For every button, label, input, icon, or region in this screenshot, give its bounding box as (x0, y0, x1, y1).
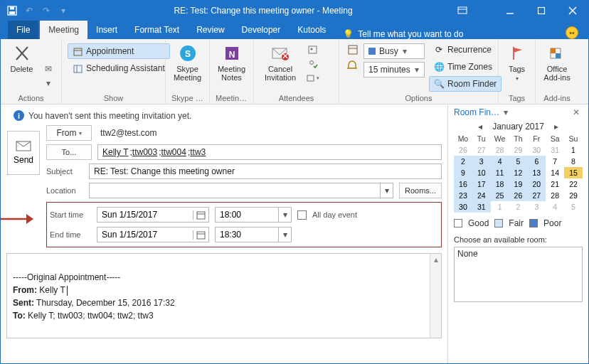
check-names-icon[interactable] (305, 58, 319, 70)
calendar-day[interactable]: 7 (546, 156, 564, 167)
scheduling-assistant-button[interactable]: Scheduling Assistant (68, 60, 170, 76)
location-field[interactable]: ▾ (89, 183, 393, 198)
calendar-day[interactable]: 13 (527, 167, 546, 178)
calendar-day[interactable]: 14 (546, 167, 564, 178)
calendar-day[interactable]: 2 (454, 156, 472, 167)
calendar-day[interactable]: 3 (527, 201, 546, 213)
message-body[interactable]: ▴ -----Original Appointment----- From: K… (6, 253, 442, 338)
subject-field[interactable]: RE: Test: Change this meeting owner (89, 164, 442, 179)
calendar-day[interactable]: 10 (472, 167, 491, 178)
show-as-combo[interactable]: Busy▾ (364, 43, 425, 59)
prev-month-icon[interactable]: ◂ (475, 122, 485, 132)
tab-review[interactable]: Review (188, 21, 233, 39)
feedback-smiley-icon[interactable]: •• (566, 26, 578, 39)
calendar-day[interactable]: 24 (472, 190, 491, 201)
recipient[interactable]: Kelly T (102, 147, 128, 157)
calendar-day[interactable]: 22 (564, 178, 583, 190)
calendar-small-icon[interactable]: ▾ (41, 77, 55, 90)
room-list[interactable]: None (454, 247, 583, 302)
response-options-icon[interactable]: ▾ (305, 72, 319, 85)
calendar-day[interactable]: 6 (527, 156, 546, 167)
tell-me[interactable]: 💡 Tell me what you want to do (336, 29, 470, 39)
calendar-day[interactable]: 23 (454, 190, 472, 201)
calendar-day[interactable]: 4 (491, 156, 509, 167)
calendar-icon[interactable] (193, 210, 208, 220)
calendar-day[interactable]: 16 (454, 178, 472, 190)
pane-close-icon[interactable]: ✕ (570, 107, 583, 117)
tab-file[interactable]: File (8, 21, 38, 39)
calendar-day[interactable]: 9 (454, 167, 472, 178)
calendar-day[interactable]: 27 (472, 144, 491, 156)
to-button[interactable]: To... (46, 144, 92, 160)
meeting-notes-button[interactable]: N Meeting Notes (216, 42, 248, 92)
calendar-day[interactable]: 27 (527, 190, 546, 201)
tab-meeting[interactable]: Meeting (40, 21, 87, 39)
calendar-day[interactable]: 5 (509, 156, 528, 167)
minimize-button[interactable] (494, 1, 526, 21)
calendar-day[interactable]: 29 (509, 144, 528, 156)
calendar-day[interactable]: 20 (527, 178, 546, 190)
pane-menu-icon[interactable]: ▾ (504, 107, 514, 117)
calendar-day[interactable]: 15 (564, 167, 583, 178)
calendar-day[interactable]: 26 (454, 144, 472, 156)
maximize-button[interactable] (526, 1, 557, 21)
calendar-day[interactable]: 8 (564, 156, 583, 167)
recipient[interactable]: ttw003 (132, 147, 157, 157)
start-date-field[interactable]: Sun 1/15/2017 (97, 207, 209, 223)
allday-checkbox[interactable] (297, 210, 307, 220)
redo-icon[interactable]: ↷ (41, 5, 52, 16)
start-time-field[interactable]: 18:00▾ (215, 207, 292, 223)
send-button[interactable]: Send (7, 131, 40, 175)
calendar-day[interactable]: 19 (509, 178, 528, 190)
scroll-up-icon[interactable]: ▴ (430, 254, 441, 265)
tab-insert[interactable]: Insert (87, 21, 126, 39)
calendar-day[interactable]: 12 (509, 167, 528, 178)
calendar-day[interactable]: 1 (491, 201, 509, 213)
recurrence-button[interactable]: ⟳Recurrence (429, 42, 502, 58)
calendar-day[interactable]: 2 (509, 201, 528, 213)
ribbon-display-options-icon[interactable] (452, 1, 473, 21)
tab-format-text[interactable]: Format Text (126, 21, 188, 39)
calendar-day[interactable]: 31 (472, 201, 491, 213)
recipient[interactable]: ttw004 (161, 147, 186, 157)
address-book-icon[interactable] (305, 43, 319, 56)
calendar-day[interactable]: 30 (454, 201, 472, 213)
calendar-day[interactable]: 21 (546, 178, 564, 190)
delete-button[interactable]: Delete (6, 42, 37, 92)
from-button[interactable]: From ▾ (46, 125, 92, 141)
to-field[interactable]: Kelly T; ttw003; ttw004; ttw3 (97, 144, 442, 160)
chevron-down-icon[interactable]: ▾ (278, 208, 291, 222)
undo-icon[interactable]: ↶ (23, 5, 35, 16)
calendar-day[interactable]: 25 (491, 190, 509, 201)
calendar-day[interactable]: 5 (564, 201, 583, 213)
calendar-day[interactable]: 4 (546, 201, 564, 213)
save-icon[interactable] (6, 5, 18, 16)
calendar-day[interactable]: 26 (509, 190, 528, 201)
calendar-day[interactable]: 18 (491, 178, 509, 190)
calendar-day[interactable]: 29 (564, 190, 583, 201)
next-month-icon[interactable]: ▸ (551, 122, 561, 132)
roomfinder-button[interactable]: 🔍Room Finder (429, 76, 502, 92)
skype-meeting-button[interactable]: S Skype Meeting (171, 42, 203, 92)
reminder-combo[interactable]: 15 minutes▾ (364, 62, 425, 77)
tab-developer[interactable]: Developer (233, 21, 290, 39)
scrollbar[interactable]: ▴ (430, 254, 441, 338)
calendar-day[interactable]: 3 (472, 156, 491, 167)
calendar-day[interactable]: 1 (564, 144, 583, 156)
cancel-invitation-button[interactable]: ✕ Cancel Invitation (260, 42, 301, 92)
rooms-button[interactable]: Rooms... (399, 183, 442, 198)
qat-dropdown-icon[interactable]: ▾ (58, 5, 69, 16)
tags-button[interactable]: Tags ▾ (504, 42, 529, 92)
close-button[interactable] (557, 1, 588, 21)
chevron-down-icon[interactable]: ▾ (380, 183, 393, 198)
calendar-icon[interactable] (193, 230, 208, 240)
recipient[interactable]: ttw3 (190, 147, 206, 157)
timezones-button[interactable]: 🌐Time Zones (429, 59, 502, 75)
end-date-field[interactable]: Sun 1/15/2017 (97, 227, 209, 242)
calendar-day[interactable]: 31 (546, 144, 564, 156)
calendar-day[interactable]: 28 (491, 144, 509, 156)
calendar-day[interactable]: 11 (491, 167, 509, 178)
forward-icon[interactable]: ✉ (41, 63, 55, 75)
calendar-day[interactable]: 28 (546, 190, 564, 201)
tab-kutools[interactable]: Kutools (289, 21, 334, 39)
